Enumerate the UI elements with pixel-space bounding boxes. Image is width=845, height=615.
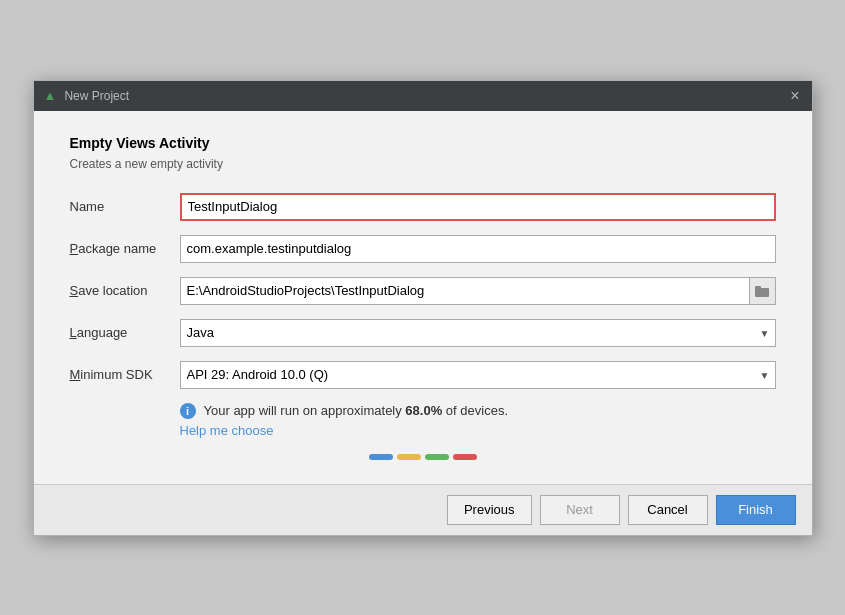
name-input[interactable] [180, 193, 776, 221]
language-select[interactable]: Java Kotlin [180, 319, 776, 347]
location-label-underline: S [70, 283, 79, 298]
location-row: Save location [70, 277, 776, 305]
language-select-wrapper: Java Kotlin ▼ [180, 319, 776, 347]
progress-dot-2 [397, 454, 421, 460]
info-percentage: 68.0% [405, 403, 442, 418]
sdk-label: Minimum SDK [70, 367, 180, 382]
progress-dot-1 [369, 454, 393, 460]
language-label-underline: L [70, 325, 77, 340]
new-project-dialog: ▲ New Project × Empty Views Activity Cre… [33, 80, 813, 536]
location-input[interactable] [181, 278, 749, 304]
dialog-footer: Previous Next Cancel Finish [34, 484, 812, 535]
package-row: Package name [70, 235, 776, 263]
language-label: Language [70, 325, 180, 340]
title-bar: ▲ New Project × [34, 81, 812, 111]
previous-button[interactable]: Previous [447, 495, 532, 525]
help-me-choose-link[interactable]: Help me choose [180, 423, 776, 438]
finish-button[interactable]: Finish [716, 495, 796, 525]
sdk-label-underline: M [70, 367, 81, 382]
info-section: i Your app will run on approximately 68.… [180, 403, 776, 438]
sdk-select[interactable]: API 29: Android 10.0 (Q) API 28: Android… [180, 361, 776, 389]
next-button[interactable]: Next [540, 495, 620, 525]
section-title: Empty Views Activity [70, 135, 776, 151]
cancel-button[interactable]: Cancel [628, 495, 708, 525]
location-label: Save location [70, 283, 180, 298]
dialog-title: New Project [64, 89, 129, 103]
dialog-icon: ▲ [44, 88, 57, 103]
dialog-body: Empty Views Activity Creates a new empty… [34, 111, 812, 484]
progress-section [70, 438, 776, 468]
folder-icon [755, 285, 769, 297]
name-label-text: Name [70, 199, 105, 214]
sdk-row: Minimum SDK API 29: Android 10.0 (Q) API… [70, 361, 776, 389]
close-button[interactable]: × [788, 88, 801, 104]
package-input[interactable] [180, 235, 776, 263]
language-row: Language Java Kotlin ▼ [70, 319, 776, 347]
browse-button[interactable] [749, 278, 775, 304]
title-bar-left: ▲ New Project [44, 88, 130, 103]
sdk-select-wrapper: API 29: Android 10.0 (Q) API 28: Android… [180, 361, 776, 389]
name-row: Name [70, 193, 776, 221]
info-icon: i [180, 403, 196, 419]
package-label: Package name [70, 241, 180, 256]
info-row: i Your app will run on approximately 68.… [180, 403, 776, 419]
svg-rect-0 [755, 288, 769, 297]
info-text: Your app will run on approximately 68.0%… [204, 403, 509, 418]
section-subtitle: Creates a new empty activity [70, 157, 776, 171]
name-label: Name [70, 199, 180, 214]
svg-rect-1 [755, 286, 761, 289]
progress-dot-4 [453, 454, 477, 460]
package-label-underline: P [70, 241, 79, 256]
progress-dot-3 [425, 454, 449, 460]
location-field-wrapper [180, 277, 776, 305]
